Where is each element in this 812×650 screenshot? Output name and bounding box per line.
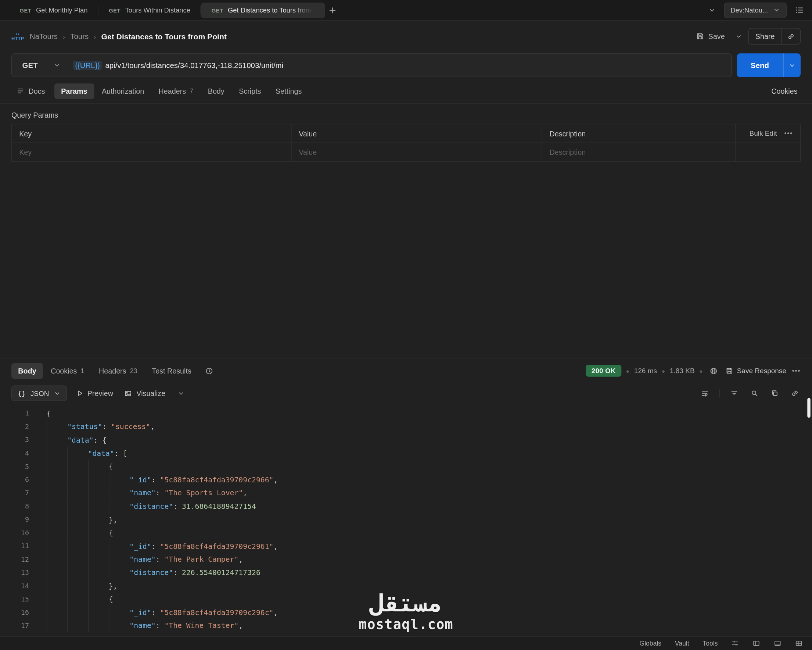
param-description-input[interactable]: Description <box>542 143 736 161</box>
copy-button[interactable] <box>769 387 780 399</box>
code-line: 2"status": "success", <box>0 420 812 433</box>
tab-method-label: GET <box>20 7 32 13</box>
statusbar-tools[interactable]: Tools <box>702 639 719 648</box>
chevron-down-icon <box>789 62 795 68</box>
request-tab-monthly-plan[interactable]: GET Get Monthly Plan <box>9 0 98 21</box>
indent-guide <box>67 526 88 539</box>
filter-button[interactable] <box>729 387 740 399</box>
column-header-actions: Bulk Edit ••• <box>736 124 800 143</box>
indent-guide <box>47 473 67 486</box>
indent-guide <box>67 606 88 619</box>
response-tab-test-results[interactable]: Test Results <box>145 363 198 378</box>
indent-guide <box>88 500 109 513</box>
tab-label: Test Results <box>152 367 191 375</box>
view-options-button[interactable] <box>174 387 188 400</box>
chevron-down-icon <box>53 390 60 397</box>
request-header-actions: Save Share <box>692 28 801 44</box>
response-tab-body[interactable]: Body <box>11 363 43 378</box>
save-button[interactable]: Save <box>692 29 729 43</box>
bulk-edit-button[interactable]: Bulk Edit <box>749 129 777 137</box>
request-title[interactable]: Get Distances to Tours from Point <box>101 32 227 41</box>
toolbar-separator <box>719 389 720 398</box>
tab-params[interactable]: Params <box>54 83 94 98</box>
status-badge: 200 OK <box>586 365 621 376</box>
breadcrumb-collection[interactable]: NaTours <box>30 32 58 40</box>
get-link-button[interactable] <box>789 387 801 399</box>
url-path: api/v1/tours/distances/34.017763,-118.25… <box>105 61 283 69</box>
indent-guide <box>67 579 88 592</box>
tab-headers[interactable]: Headers 7 <box>152 83 200 98</box>
param-key-input[interactable]: Key <box>12 143 292 161</box>
share-link-section[interactable] <box>781 29 800 44</box>
preview-button[interactable]: Preview <box>74 386 115 400</box>
tab-label: Body <box>18 367 36 375</box>
cookies-link[interactable]: Cookies <box>768 86 801 96</box>
toggle-layout-button[interactable] <box>794 638 804 648</box>
response-tab-cookies[interactable]: Cookies 1 <box>44 363 91 378</box>
share-button[interactable]: Share <box>748 28 801 44</box>
indent-guide <box>47 433 67 447</box>
toggle-bottom-panel-button[interactable] <box>773 638 783 648</box>
toggle-left-panel-button[interactable] <box>751 638 761 648</box>
search-button[interactable] <box>749 387 760 399</box>
environment-selector[interactable]: Dev:Natou... <box>724 2 787 18</box>
tab-settings[interactable]: Settings <box>269 83 308 98</box>
column-header-description: Description <box>542 124 736 143</box>
indent-guide <box>47 500 67 513</box>
window-tab-bar: GET Get Monthly Plan GET Tours Within Di… <box>0 0 812 21</box>
network-info-button[interactable] <box>707 365 720 377</box>
indent-guide <box>109 539 129 552</box>
description-placeholder: Description <box>549 148 586 156</box>
tab-body[interactable]: Body <box>201 83 231 98</box>
request-tab-get-distances-active[interactable]: GET Get Distances to Tours from Point <box>201 2 325 18</box>
save-options-button[interactable] <box>733 30 744 43</box>
play-icon <box>76 390 83 397</box>
line-number: 7 <box>0 489 37 497</box>
request-response-splitter[interactable] <box>0 162 812 359</box>
app-window: GET Get Monthly Plan GET Tours Within Di… <box>0 0 812 650</box>
send-options-section[interactable] <box>783 53 801 77</box>
tab-label: Settings <box>276 87 302 95</box>
statusbar-vault[interactable]: Vault <box>674 639 690 648</box>
save-response-button[interactable]: Save Response <box>725 365 788 376</box>
line-number: 15 <box>0 595 37 603</box>
dot-separator: ● <box>699 368 702 374</box>
url-input[interactable]: {{URL}} api/v1/tours/distances/34.017763… <box>69 61 731 70</box>
indent-guide <box>88 539 109 552</box>
format-label: JSON <box>31 389 49 397</box>
method-selector[interactable]: GET <box>12 54 69 77</box>
code-line: 13"distance": 226.55400124717326 <box>0 566 812 579</box>
response-format-selector[interactable]: {} JSON <box>11 385 67 401</box>
tab-overflow-button[interactable] <box>705 3 719 17</box>
send-button[interactable]: Send <box>737 53 801 77</box>
indent-guide <box>109 473 129 486</box>
params-more-button[interactable]: ••• <box>784 129 792 137</box>
tab-count-badge: 23 <box>130 367 137 375</box>
response-meta: 200 OK ● 126 ms ● 1.83 KB ● Save Respons… <box>586 365 801 377</box>
request-tab-tours-within-distance[interactable]: GET Tours Within Distance <box>98 0 201 21</box>
breadcrumb-folder[interactable]: Tours <box>70 32 89 40</box>
tab-count-badge: 1 <box>81 367 84 375</box>
environment-quick-look-button[interactable] <box>792 3 807 18</box>
visualize-button[interactable]: Visualize <box>122 386 167 400</box>
response-code-viewer[interactable]: 1{2"status": "success",3"data": {4"data"… <box>0 404 812 636</box>
indent-guide <box>88 526 109 539</box>
tab-scripts[interactable]: Scripts <box>232 83 268 98</box>
chevron-down-icon <box>178 390 185 397</box>
indent-guide <box>88 473 109 486</box>
new-tab-button[interactable] <box>325 3 339 17</box>
code-line: 8"distance": 31.68641889427154 <box>0 500 812 513</box>
tab-authorization[interactable]: Authorization <box>95 83 151 98</box>
indent-guide <box>47 552 67 566</box>
statusbar-settings-button[interactable] <box>730 638 740 648</box>
wrap-text-button[interactable] <box>699 387 711 399</box>
breadcrumb-separator: › <box>63 32 65 40</box>
statusbar-globals[interactable]: Globals <box>639 639 662 648</box>
response-history-button[interactable] <box>202 364 217 378</box>
line-number: 1 <box>0 410 37 417</box>
param-value-input[interactable]: Value <box>292 143 542 161</box>
response-tab-headers[interactable]: Headers 23 <box>92 363 144 378</box>
panel-left-icon <box>752 639 760 647</box>
docs-button[interactable]: Docs <box>11 83 50 98</box>
response-more-button[interactable]: ••• <box>792 367 801 375</box>
